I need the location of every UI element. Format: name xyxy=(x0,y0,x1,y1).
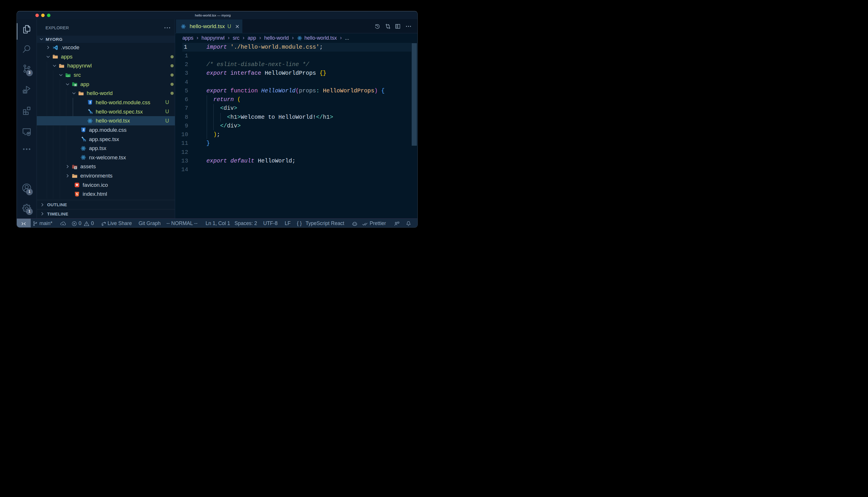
svg-text:TS: TS xyxy=(83,139,86,142)
svg-text:3: 3 xyxy=(89,101,91,104)
svg-text:5: 5 xyxy=(76,192,78,196)
svg-text:3: 3 xyxy=(82,128,84,132)
svg-text:TS: TS xyxy=(89,112,93,114)
